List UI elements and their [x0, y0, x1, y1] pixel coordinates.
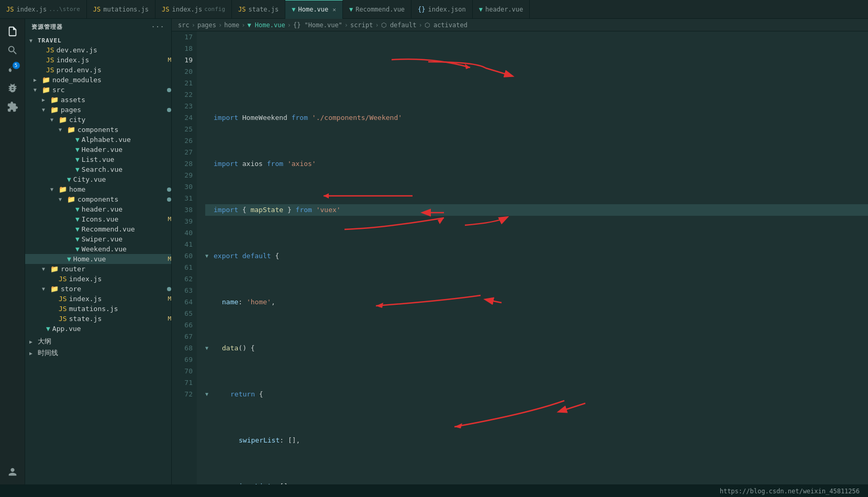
sidebar-header: 资源管理器 ···	[25, 19, 171, 35]
tree-travel-root[interactable]: ▼ TRAVEL	[25, 36, 171, 45]
tree-item-alphabet-vue[interactable]: ▼ Alphabet.vue	[25, 135, 171, 145]
folder-icon: 📁	[59, 185, 67, 193]
code-line-23: ▼ return {	[205, 389, 868, 400]
code-line-22: ▼ data() {	[205, 343, 868, 354]
tree-item-index-js[interactable]: JS index.js M	[25, 55, 171, 65]
tab-label: Home.vue	[298, 6, 329, 13]
tree-item-dev-env[interactable]: JS dev.env.js	[25, 45, 171, 55]
tree-item-swiper-vue[interactable]: ▼ Swiper.vue	[25, 234, 171, 244]
tree-item-home[interactable]: ▼ 📁 home	[25, 184, 171, 194]
tree-arrow-icon: ▼	[29, 38, 38, 43]
tree-item-assets[interactable]: ▶ 📁 assets	[25, 95, 171, 105]
tab-state[interactable]: JS state.js	[232, 0, 285, 19]
vue-file-icon: ▼	[75, 146, 80, 153]
tab-index-config[interactable]: JS index.js config	[155, 0, 232, 19]
tab-recommend-vue[interactable]: ▼ Recommend.vue	[343, 0, 411, 19]
tab-index-store[interactable]: JS index.js ...\store	[0, 0, 87, 19]
vue-file-icon: ▼	[75, 165, 80, 173]
vue-file-icon: ▼	[75, 245, 80, 253]
tree-item-label: home	[69, 185, 165, 193]
tree-item-store-index[interactable]: JS index.js M	[25, 294, 171, 304]
sidebar: 资源管理器 ··· ▼ TRAVEL JS dev.env.js J	[25, 19, 172, 484]
js-file-icon: JS	[59, 275, 67, 283]
tree-item-city-components[interactable]: ▼ 📁 components	[25, 125, 171, 135]
modified-dot	[167, 108, 171, 112]
tree-item-home-vue[interactable]: ▼ Home.vue M	[25, 254, 171, 264]
sidebar-more-icon[interactable]: ···	[151, 24, 165, 30]
tree-item-node-modules[interactable]: ▶ 📁 node_modules	[25, 75, 171, 85]
tree-item-mutations[interactable]: JS mutations.js	[25, 304, 171, 314]
tree-item-header-vue-home[interactable]: ▼ header.vue	[25, 204, 171, 214]
tree-item-label: pages	[61, 106, 165, 114]
js-icon: JS	[6, 6, 14, 13]
vue-file-icon: ▼	[75, 136, 80, 143]
activity-account[interactable]	[4, 463, 21, 480]
folder-icon: 📁	[42, 76, 50, 84]
tree-item-weekend-vue[interactable]: ▼ Weekend.vue	[25, 244, 171, 254]
folder-icon: 📁	[50, 265, 59, 273]
tree-item-recommend-vue[interactable]: ▼ Recommend.vue	[25, 224, 171, 234]
tree-item-label: 大纲	[38, 337, 171, 346]
tree-item-src[interactable]: ▼ 📁 src	[25, 85, 171, 95]
code-area[interactable]: 17 18 19 20 21 22 23 24 25 26 27 28 29 3…	[172, 31, 868, 484]
tab-mutations[interactable]: JS mutations.js	[87, 0, 155, 19]
vue-file-icon: ▼	[75, 156, 80, 163]
tree-item-label: Recommend.vue	[82, 225, 171, 233]
code-line-18: import axios from 'axios'	[205, 158, 868, 170]
code-line-20: ▼ export default {	[205, 250, 868, 262]
tree-item-timeline[interactable]: ▶ 时间线	[25, 347, 171, 359]
folder-icon: 📁	[67, 195, 75, 203]
tree-item-label: src	[52, 86, 165, 94]
tree-item-app-vue[interactable]: ▼ App.vue	[25, 324, 171, 334]
tab-header-vue[interactable]: ▼ header.vue	[473, 0, 530, 19]
vue-file-icon: ▼	[67, 175, 71, 183]
vue-file-icon: ▼	[67, 255, 71, 263]
tree-item-router[interactable]: ▼ 📁 router	[25, 264, 171, 274]
tree-item-icons-vue[interactable]: ▼ Icons.vue M	[25, 214, 171, 224]
breadcrumb: src › pages › home › ▼ Home.vue › {} "Ho…	[172, 19, 868, 31]
tree-item-label: Header.vue	[82, 146, 171, 153]
modified-dot	[167, 287, 171, 291]
tab-close-icon[interactable]: ✕	[332, 6, 336, 13]
tree-item-label: index.js	[69, 275, 171, 283]
js-file-icon: JS	[59, 295, 67, 303]
activity-extensions[interactable]	[4, 98, 21, 115]
tree-item-label: Swiper.vue	[82, 235, 171, 243]
tree-item-router-index[interactable]: JS index.js	[25, 274, 171, 284]
tree-item-home-components[interactable]: ▼ 📁 components	[25, 194, 171, 204]
tree-item-search-vue[interactable]: ▼ Search.vue	[25, 164, 171, 174]
activity-debug[interactable]	[4, 80, 21, 96]
tree-item-label: List.vue	[82, 156, 171, 163]
js-icon: JS	[238, 6, 246, 13]
tree-item-label: components	[77, 126, 171, 134]
tab-index-json[interactable]: {} index.json	[411, 0, 473, 19]
tree-item-prod-env[interactable]: JS prod.env.js	[25, 65, 171, 75]
modified-badge: M	[168, 295, 171, 302]
tree-item-outline[interactable]: ▶ 大纲	[25, 336, 171, 347]
js-icon: JS	[162, 6, 169, 13]
tree-item-list-vue[interactable]: ▼ List.vue	[25, 154, 171, 164]
activity-files[interactable]	[4, 23, 21, 40]
code-line-17: import HomeWeekend from './components/We…	[205, 112, 868, 124]
status-url: https://blog.csdn.net/weixin_45811256	[720, 488, 860, 495]
activity-source-control[interactable]: 5	[4, 61, 21, 78]
code-content: import HomeWeekend from './components/We…	[197, 31, 868, 484]
activity-bar: 5	[0, 19, 25, 484]
tree-item-pages[interactable]: ▼ 📁 pages	[25, 105, 171, 115]
line-numbers: 17 18 19 20 21 22 23 24 25 26 27 28 29 3…	[172, 31, 197, 484]
tree-item-state[interactable]: JS state.js M	[25, 314, 171, 324]
tree-item-city-vue[interactable]: ▼ City.vue	[25, 174, 171, 184]
js-file-icon: JS	[46, 66, 54, 74]
code-line-21: name: 'home',	[205, 296, 868, 308]
vue-icon: ▼	[292, 6, 295, 13]
tree-item-header-vue-city[interactable]: ▼ Header.vue	[25, 145, 171, 154]
code-line-25: iconList: [],	[205, 481, 868, 484]
js-file-icon: JS	[46, 46, 54, 54]
tree-item-store[interactable]: ▼ 📁 store	[25, 284, 171, 294]
tree-item-label: node_modules	[52, 76, 171, 84]
activity-search[interactable]	[4, 42, 21, 59]
tab-home-vue[interactable]: ▼ Home.vue ✕	[285, 0, 343, 19]
tree-item-city[interactable]: ▼ 📁 city	[25, 115, 171, 125]
tree-item-label: city	[69, 116, 171, 124]
js-icon: JS	[93, 6, 101, 13]
